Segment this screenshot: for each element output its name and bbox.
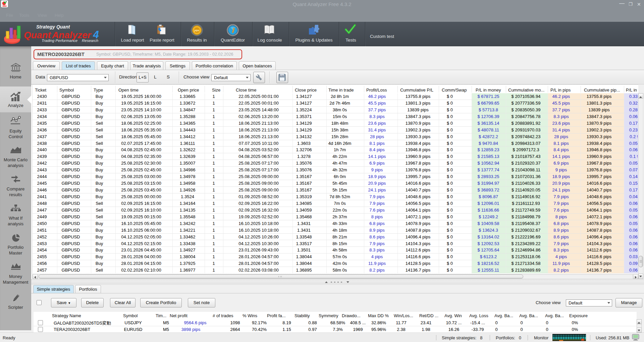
svg-text:pips: pips [194, 29, 199, 32]
svg-text:CSV: CSV [280, 75, 284, 77]
